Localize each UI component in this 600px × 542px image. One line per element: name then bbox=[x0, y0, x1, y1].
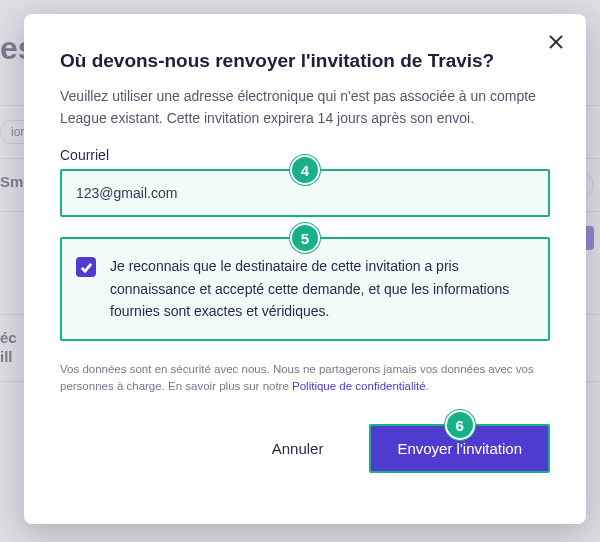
email-highlight-box: 4 bbox=[60, 169, 550, 217]
modal-actions: Annuler 6 Envoyer l'invitation bbox=[60, 424, 550, 473]
cancel-button[interactable]: Annuler bbox=[266, 439, 330, 458]
acknowledgement-highlight-box: 5 Je reconnais que le destinataire de ce… bbox=[60, 237, 550, 340]
privacy-note: Vos données sont en sécurité avec nous. … bbox=[60, 361, 550, 397]
resend-invitation-modal: Où devons-nous renvoyer l'invitation de … bbox=[24, 14, 586, 524]
callout-badge-6: 6 bbox=[445, 410, 475, 440]
checkmark-icon bbox=[80, 261, 93, 274]
privacy-policy-link[interactable]: Politique de confidentialité bbox=[292, 380, 426, 392]
callout-badge-5: 5 bbox=[290, 223, 320, 253]
submit-highlight-box: 6 Envoyer l'invitation bbox=[369, 424, 550, 473]
close-button[interactable] bbox=[544, 30, 568, 54]
acknowledgement-checkbox[interactable] bbox=[76, 257, 96, 277]
modal-subtitle: Veuillez utiliser une adresse électroniq… bbox=[60, 86, 550, 129]
modal-title: Où devons-nous renvoyer l'invitation de … bbox=[60, 50, 550, 72]
acknowledgement-text: Je reconnais que le destinataire de cett… bbox=[110, 255, 530, 322]
close-icon bbox=[548, 34, 564, 50]
callout-badge-4: 4 bbox=[290, 155, 320, 185]
